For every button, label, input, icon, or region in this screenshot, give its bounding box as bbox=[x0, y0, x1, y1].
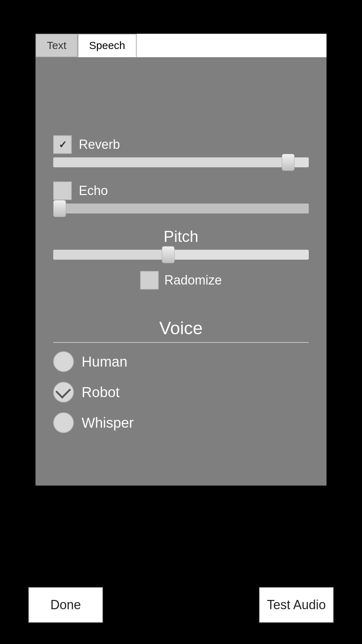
tab-text[interactable]: Text bbox=[35, 34, 78, 57]
radio-robot[interactable] bbox=[53, 382, 74, 402]
voice-divider bbox=[53, 342, 309, 343]
pitch-slider-fill bbox=[53, 250, 168, 260]
top-spacer bbox=[53, 71, 309, 135]
radio-whisper[interactable] bbox=[53, 412, 74, 433]
radio-label-human: Human bbox=[82, 354, 127, 370]
radio-label-robot: Robot bbox=[82, 384, 120, 400]
radio-row-whisper: Whisper bbox=[53, 412, 309, 433]
voice-section: Voice Human Robot Whisper bbox=[53, 318, 309, 443]
reverb-checkbox[interactable]: ✓ bbox=[53, 135, 72, 154]
echo-slider-thumb[interactable] bbox=[53, 200, 66, 217]
radio-human[interactable] bbox=[53, 351, 74, 372]
reverb-slider-thumb[interactable] bbox=[282, 154, 295, 171]
echo-section: Echo bbox=[53, 182, 309, 217]
app-container: Text Speech ✓ Reverb Echo bbox=[35, 34, 327, 486]
randomize-row: Radomize bbox=[53, 271, 309, 289]
echo-slider[interactable] bbox=[53, 204, 309, 213]
done-button[interactable]: Done bbox=[28, 587, 103, 623]
reverb-label: Reverb bbox=[79, 137, 120, 152]
pitch-slider[interactable] bbox=[53, 250, 309, 260]
mid-spacer bbox=[53, 297, 309, 318]
voice-title: Voice bbox=[53, 318, 309, 339]
tab-bar: Text Speech bbox=[35, 34, 327, 57]
randomize-checkbox[interactable] bbox=[140, 271, 159, 289]
bottom-spacer bbox=[53, 443, 309, 464]
pitch-title: Pitch bbox=[53, 228, 309, 245]
reverb-section: ✓ Reverb bbox=[53, 135, 309, 171]
radio-label-whisper: Whisper bbox=[82, 415, 134, 431]
pitch-slider-thumb[interactable] bbox=[162, 246, 175, 263]
echo-slider-fill bbox=[53, 204, 309, 213]
echo-checkbox-row: Echo bbox=[53, 182, 309, 200]
reverb-checkbox-row: ✓ Reverb bbox=[53, 135, 309, 154]
test-audio-button[interactable]: Test Audio bbox=[259, 587, 334, 623]
radio-row-human: Human bbox=[53, 351, 309, 372]
echo-label: Echo bbox=[79, 183, 108, 198]
randomize-label: Radomize bbox=[164, 273, 222, 288]
main-panel: ✓ Reverb Echo Pitch bbox=[35, 57, 327, 486]
reverb-slider[interactable] bbox=[53, 157, 309, 167]
tab-speech[interactable]: Speech bbox=[78, 34, 137, 57]
reverb-slider-fill bbox=[53, 157, 288, 167]
echo-checkbox[interactable] bbox=[53, 182, 72, 200]
radio-row-robot: Robot bbox=[53, 382, 309, 402]
pitch-section: Pitch Radomize bbox=[53, 228, 309, 289]
bottom-bar: Done Test Audio bbox=[0, 587, 362, 623]
